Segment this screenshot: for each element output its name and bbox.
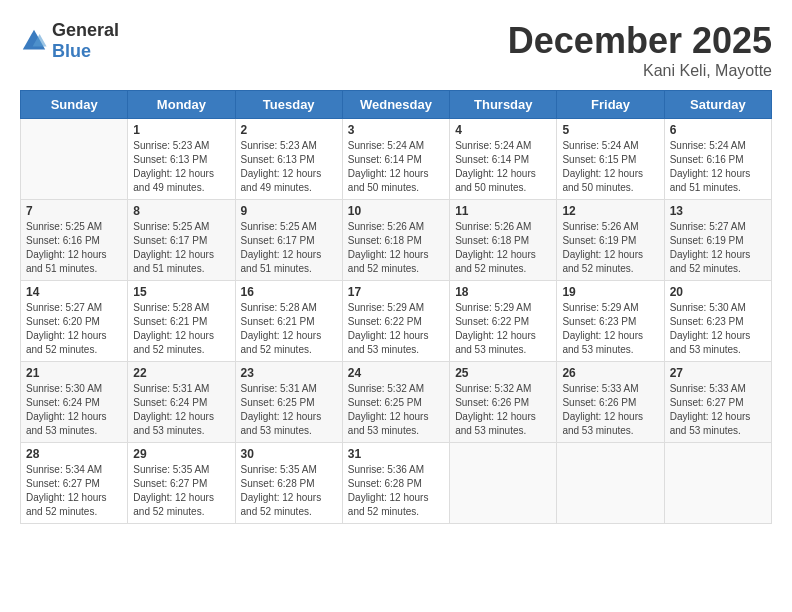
day-info: Sunrise: 5:28 AM Sunset: 6:21 PM Dayligh… — [241, 301, 337, 357]
calendar-cell: 4Sunrise: 5:24 AM Sunset: 6:14 PM Daylig… — [450, 119, 557, 200]
day-number: 22 — [133, 366, 229, 380]
day-info: Sunrise: 5:28 AM Sunset: 6:21 PM Dayligh… — [133, 301, 229, 357]
calendar-cell: 27Sunrise: 5:33 AM Sunset: 6:27 PM Dayli… — [664, 362, 771, 443]
day-info: Sunrise: 5:27 AM Sunset: 6:19 PM Dayligh… — [670, 220, 766, 276]
calendar-week-row: 28Sunrise: 5:34 AM Sunset: 6:27 PM Dayli… — [21, 443, 772, 524]
title-area: December 2025 Kani Keli, Mayotte — [508, 20, 772, 80]
day-info: Sunrise: 5:31 AM Sunset: 6:25 PM Dayligh… — [241, 382, 337, 438]
day-number: 1 — [133, 123, 229, 137]
day-number: 27 — [670, 366, 766, 380]
logo-general-text: General — [52, 20, 119, 40]
day-number: 5 — [562, 123, 658, 137]
day-info: Sunrise: 5:23 AM Sunset: 6:13 PM Dayligh… — [241, 139, 337, 195]
day-info: Sunrise: 5:26 AM Sunset: 6:19 PM Dayligh… — [562, 220, 658, 276]
day-info: Sunrise: 5:29 AM Sunset: 6:22 PM Dayligh… — [455, 301, 551, 357]
day-number: 19 — [562, 285, 658, 299]
day-number: 28 — [26, 447, 122, 461]
day-number: 2 — [241, 123, 337, 137]
day-number: 15 — [133, 285, 229, 299]
day-number: 9 — [241, 204, 337, 218]
day-info: Sunrise: 5:29 AM Sunset: 6:23 PM Dayligh… — [562, 301, 658, 357]
day-number: 6 — [670, 123, 766, 137]
day-number: 10 — [348, 204, 444, 218]
day-of-week-header: Friday — [557, 91, 664, 119]
calendar-cell: 21Sunrise: 5:30 AM Sunset: 6:24 PM Dayli… — [21, 362, 128, 443]
calendar-cell: 29Sunrise: 5:35 AM Sunset: 6:27 PM Dayli… — [128, 443, 235, 524]
calendar-cell — [21, 119, 128, 200]
calendar-cell: 23Sunrise: 5:31 AM Sunset: 6:25 PM Dayli… — [235, 362, 342, 443]
day-info: Sunrise: 5:31 AM Sunset: 6:24 PM Dayligh… — [133, 382, 229, 438]
day-info: Sunrise: 5:25 AM Sunset: 6:17 PM Dayligh… — [241, 220, 337, 276]
calendar-cell: 5Sunrise: 5:24 AM Sunset: 6:15 PM Daylig… — [557, 119, 664, 200]
day-number: 14 — [26, 285, 122, 299]
calendar-week-row: 1Sunrise: 5:23 AM Sunset: 6:13 PM Daylig… — [21, 119, 772, 200]
day-info: Sunrise: 5:24 AM Sunset: 6:16 PM Dayligh… — [670, 139, 766, 195]
day-number: 30 — [241, 447, 337, 461]
calendar-cell: 26Sunrise: 5:33 AM Sunset: 6:26 PM Dayli… — [557, 362, 664, 443]
month-title: December 2025 — [508, 20, 772, 62]
day-info: Sunrise: 5:24 AM Sunset: 6:14 PM Dayligh… — [455, 139, 551, 195]
calendar-cell: 12Sunrise: 5:26 AM Sunset: 6:19 PM Dayli… — [557, 200, 664, 281]
day-number: 25 — [455, 366, 551, 380]
calendar-cell: 31Sunrise: 5:36 AM Sunset: 6:28 PM Dayli… — [342, 443, 449, 524]
calendar-cell — [557, 443, 664, 524]
day-info: Sunrise: 5:34 AM Sunset: 6:27 PM Dayligh… — [26, 463, 122, 519]
day-number: 11 — [455, 204, 551, 218]
day-info: Sunrise: 5:32 AM Sunset: 6:26 PM Dayligh… — [455, 382, 551, 438]
calendar-cell: 14Sunrise: 5:27 AM Sunset: 6:20 PM Dayli… — [21, 281, 128, 362]
calendar-cell: 19Sunrise: 5:29 AM Sunset: 6:23 PM Dayli… — [557, 281, 664, 362]
day-info: Sunrise: 5:33 AM Sunset: 6:27 PM Dayligh… — [670, 382, 766, 438]
day-number: 17 — [348, 285, 444, 299]
calendar-week-row: 14Sunrise: 5:27 AM Sunset: 6:20 PM Dayli… — [21, 281, 772, 362]
day-info: Sunrise: 5:30 AM Sunset: 6:24 PM Dayligh… — [26, 382, 122, 438]
day-number: 4 — [455, 123, 551, 137]
logo-blue-text: Blue — [52, 41, 91, 61]
calendar-cell: 10Sunrise: 5:26 AM Sunset: 6:18 PM Dayli… — [342, 200, 449, 281]
calendar-cell: 9Sunrise: 5:25 AM Sunset: 6:17 PM Daylig… — [235, 200, 342, 281]
day-of-week-header: Monday — [128, 91, 235, 119]
day-info: Sunrise: 5:25 AM Sunset: 6:17 PM Dayligh… — [133, 220, 229, 276]
day-number: 13 — [670, 204, 766, 218]
calendar-cell: 30Sunrise: 5:35 AM Sunset: 6:28 PM Dayli… — [235, 443, 342, 524]
day-number: 23 — [241, 366, 337, 380]
day-of-week-header: Thursday — [450, 91, 557, 119]
day-info: Sunrise: 5:24 AM Sunset: 6:14 PM Dayligh… — [348, 139, 444, 195]
day-number: 3 — [348, 123, 444, 137]
logo-icon — [20, 27, 48, 55]
day-info: Sunrise: 5:27 AM Sunset: 6:20 PM Dayligh… — [26, 301, 122, 357]
calendar-cell: 1Sunrise: 5:23 AM Sunset: 6:13 PM Daylig… — [128, 119, 235, 200]
day-info: Sunrise: 5:32 AM Sunset: 6:25 PM Dayligh… — [348, 382, 444, 438]
day-number: 16 — [241, 285, 337, 299]
day-of-week-header: Saturday — [664, 91, 771, 119]
calendar-table: SundayMondayTuesdayWednesdayThursdayFrid… — [20, 90, 772, 524]
calendar-cell: 15Sunrise: 5:28 AM Sunset: 6:21 PM Dayli… — [128, 281, 235, 362]
calendar-week-row: 7Sunrise: 5:25 AM Sunset: 6:16 PM Daylig… — [21, 200, 772, 281]
day-info: Sunrise: 5:36 AM Sunset: 6:28 PM Dayligh… — [348, 463, 444, 519]
day-number: 24 — [348, 366, 444, 380]
day-info: Sunrise: 5:25 AM Sunset: 6:16 PM Dayligh… — [26, 220, 122, 276]
day-info: Sunrise: 5:23 AM Sunset: 6:13 PM Dayligh… — [133, 139, 229, 195]
calendar-header-row: SundayMondayTuesdayWednesdayThursdayFrid… — [21, 91, 772, 119]
calendar-cell: 18Sunrise: 5:29 AM Sunset: 6:22 PM Dayli… — [450, 281, 557, 362]
calendar-cell — [664, 443, 771, 524]
calendar-cell: 22Sunrise: 5:31 AM Sunset: 6:24 PM Dayli… — [128, 362, 235, 443]
day-info: Sunrise: 5:35 AM Sunset: 6:27 PM Dayligh… — [133, 463, 229, 519]
calendar-cell: 7Sunrise: 5:25 AM Sunset: 6:16 PM Daylig… — [21, 200, 128, 281]
calendar-cell: 28Sunrise: 5:34 AM Sunset: 6:27 PM Dayli… — [21, 443, 128, 524]
day-info: Sunrise: 5:35 AM Sunset: 6:28 PM Dayligh… — [241, 463, 337, 519]
calendar-cell — [450, 443, 557, 524]
calendar-cell: 17Sunrise: 5:29 AM Sunset: 6:22 PM Dayli… — [342, 281, 449, 362]
day-number: 26 — [562, 366, 658, 380]
logo: General Blue — [20, 20, 119, 62]
day-info: Sunrise: 5:26 AM Sunset: 6:18 PM Dayligh… — [455, 220, 551, 276]
day-number: 18 — [455, 285, 551, 299]
day-of-week-header: Wednesday — [342, 91, 449, 119]
calendar-body: 1Sunrise: 5:23 AM Sunset: 6:13 PM Daylig… — [21, 119, 772, 524]
day-info: Sunrise: 5:29 AM Sunset: 6:22 PM Dayligh… — [348, 301, 444, 357]
day-number: 20 — [670, 285, 766, 299]
calendar-cell: 25Sunrise: 5:32 AM Sunset: 6:26 PM Dayli… — [450, 362, 557, 443]
calendar-cell: 20Sunrise: 5:30 AM Sunset: 6:23 PM Dayli… — [664, 281, 771, 362]
calendar-cell: 2Sunrise: 5:23 AM Sunset: 6:13 PM Daylig… — [235, 119, 342, 200]
calendar-cell: 3Sunrise: 5:24 AM Sunset: 6:14 PM Daylig… — [342, 119, 449, 200]
header: General Blue December 2025 Kani Keli, Ma… — [20, 20, 772, 80]
